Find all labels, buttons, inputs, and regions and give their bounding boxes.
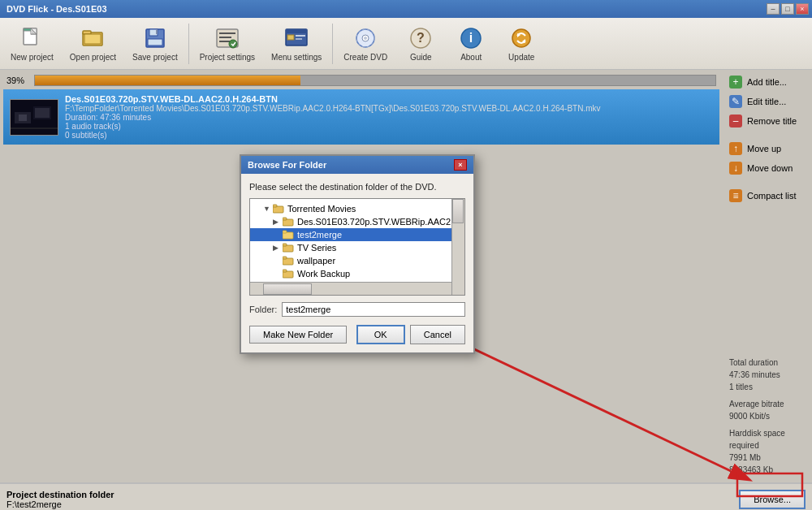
dialog-body: Please select the destination folder of …: [241, 174, 473, 352]
dialog-overlay: Browse For Folder × Please select the de…: [0, 0, 812, 510]
folder-icon-work: [283, 269, 294, 279]
expander-des: ▶: [273, 218, 283, 226]
tree-label-wallpaper: wallpaper: [297, 256, 335, 266]
folder-tree[interactable]: ▼ Torrented Movies ▶: [249, 198, 465, 296]
folder-field-input[interactable]: [282, 302, 465, 317]
expander-torrented: ▼: [263, 205, 273, 213]
tree-item-wallpaper[interactable]: wallpaper: [250, 254, 464, 267]
tree-item-test2merge[interactable]: test2merge: [250, 228, 464, 241]
folder-field-label: Folder:: [249, 305, 277, 314]
folder-icon-test2merge: [283, 230, 294, 240]
tree-scrollbar-thumb[interactable]: [452, 199, 464, 223]
tree-item-tv-series[interactable]: ▶ TV Series: [250, 241, 464, 254]
folder-icon-torrented: [273, 204, 284, 214]
svg-rect-51: [283, 270, 287, 272]
folder-icon-wallpaper: [283, 256, 294, 266]
tree-label-work: Work Backup: [297, 269, 350, 279]
svg-rect-45: [283, 231, 287, 233]
expander-tv: ▶: [273, 244, 283, 252]
browse-folder-dialog: Browse For Folder × Please select the de…: [240, 154, 475, 354]
dialog-title-bar: Browse For Folder ×: [241, 156, 473, 174]
dialog-title-text: Browse For Folder: [248, 160, 326, 170]
tree-label-tv: TV Series: [297, 243, 336, 253]
tree-item-des[interactable]: ▶ Des.S01E03.720p.STV.WEBRip.AAC2.: [250, 215, 464, 228]
ok-button[interactable]: OK: [356, 325, 405, 344]
tree-item-torrented-movies[interactable]: ▼ Torrented Movies: [250, 202, 464, 215]
svg-rect-49: [283, 257, 287, 259]
svg-rect-39: [737, 473, 802, 496]
svg-rect-43: [283, 218, 287, 220]
tree-scrollbar[interactable]: [451, 199, 464, 295]
svg-rect-41: [273, 205, 277, 207]
tree-item-work-backup[interactable]: Work Backup: [250, 267, 464, 280]
make-new-folder-button[interactable]: Make New Folder: [249, 326, 347, 344]
dialog-instruction: Please select the destination folder of …: [249, 182, 465, 192]
folder-icon-des: [283, 217, 294, 227]
hscrollbar-thumb[interactable]: [263, 283, 312, 295]
tree-label-des: Des.S01E03.720p.STV.WEBRip.AAC2.: [297, 217, 453, 227]
hscrollbar: [250, 282, 451, 295]
dialog-buttons: Make New Folder OK Cancel: [249, 325, 465, 344]
tree-scroll: ▼ Torrented Movies ▶: [250, 199, 464, 283]
cancel-button[interactable]: Cancel: [410, 325, 465, 344]
dialog-close-button[interactable]: ×: [454, 159, 467, 171]
folder-field-row: Folder:: [249, 302, 465, 317]
tree-label-test2merge: test2merge: [297, 230, 342, 240]
folder-icon-tv: [283, 243, 294, 253]
tree-label-torrented: Torrented Movies: [287, 204, 356, 214]
svg-rect-47: [283, 244, 287, 246]
